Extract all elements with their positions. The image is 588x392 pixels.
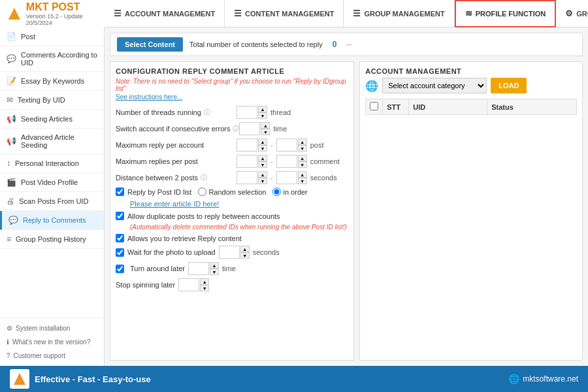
load-button[interactable]: LOAD xyxy=(491,78,527,93)
sidebar-bottom: ⚙ System installation ℹ What's new in th… xyxy=(0,318,104,366)
max-replies-val2-up[interactable]: ▲ xyxy=(298,155,307,161)
turn-around-down[interactable]: ▼ xyxy=(210,269,219,275)
table-header-row: STT UID Status xyxy=(366,99,577,115)
tab-profile-function[interactable]: ≋ PROFILE FUNCTION xyxy=(455,0,557,27)
max-reply-sep: - xyxy=(270,141,273,149)
threads-help-icon[interactable]: ⓘ xyxy=(204,108,210,117)
wait-photo-checkbox[interactable] xyxy=(116,248,124,257)
sidebar-item-scan-posts-uid[interactable]: 🖨 Scan Posts From UID xyxy=(0,192,104,211)
sidebar-item-personal-interaction[interactable]: ↕ Personal Interaction xyxy=(0,154,104,173)
history-icon: ≡ xyxy=(7,235,11,244)
max-replies-val1-up[interactable]: ▲ xyxy=(258,155,267,161)
sidebar-item-post-video-profile[interactable]: 🎬 Post Video Profile xyxy=(0,173,104,192)
select-content-button[interactable]: Select Content xyxy=(117,37,183,52)
tab-group-management[interactable]: ☰ GROUP MANAGEMENT xyxy=(344,0,454,27)
footer-logo: Effective - Fast - Easy-to-use xyxy=(10,369,151,389)
profile-function-icon: ≋ xyxy=(465,8,472,18)
tab-content-management[interactable]: ☰ CONTENT MANAGEMENT xyxy=(225,0,344,27)
turn-around-checkbox[interactable] xyxy=(116,265,124,273)
reply-icon: 💬 xyxy=(8,216,18,225)
distance-val2-input[interactable]: 1 xyxy=(276,171,297,184)
tab-group-function[interactable]: ⚙ GROUP FUNCTION xyxy=(556,0,588,27)
distance-val1-up[interactable]: ▲ xyxy=(258,171,267,178)
threads-row: Number of threads running ⓘ 1 ▲ ▼ thread xyxy=(116,106,348,119)
sidebar-item-seeding[interactable]: 📢 Seeding Articles xyxy=(0,110,104,129)
random-selection-label[interactable]: Random selection xyxy=(198,188,266,196)
content-area: Select Content Total number of contents … xyxy=(105,27,588,366)
distance-val1-input[interactable]: 1 xyxy=(237,171,257,184)
sidebar-item-comments-uid[interactable]: 💬 Comments According to UID xyxy=(0,46,104,72)
account-management-icon: ☰ xyxy=(114,8,122,18)
max-reply-val2-down[interactable]: ▼ xyxy=(298,145,307,152)
threads-down-btn[interactable]: ▼ xyxy=(258,112,267,119)
turn-around-value-input[interactable]: 1 xyxy=(188,262,209,275)
random-selection-radio[interactable] xyxy=(198,188,206,196)
total-contents-text: Total number of contents selected to rep… xyxy=(189,41,323,48)
max-reply-val1-up[interactable]: ▲ xyxy=(258,139,267,145)
reply-post-id-checkbox[interactable] xyxy=(116,188,124,196)
wait-photo-value-input[interactable]: 1 xyxy=(219,246,240,259)
footer-globe-icon: 🌐 xyxy=(508,374,519,384)
turn-around-up[interactable]: ▲ xyxy=(210,262,219,269)
allow-duplicate-checkbox[interactable] xyxy=(116,212,124,220)
switch-down-btn[interactable]: ▼ xyxy=(261,129,270,135)
distance-help-icon[interactable]: ⓘ xyxy=(201,173,207,182)
max-replies-val2-down[interactable]: ▼ xyxy=(298,161,307,168)
distance-val2-up[interactable]: ▲ xyxy=(298,171,307,178)
sidebar-item-reply-comments[interactable]: 💬 Reply to Comments xyxy=(0,211,104,230)
tab-account-management[interactable]: ☰ ACCOUNT MANAGEMENT xyxy=(105,0,225,27)
switch-help-icon[interactable]: ⓘ xyxy=(233,124,239,133)
threads-value-input[interactable]: 1 xyxy=(237,106,257,119)
stop-spinning-up[interactable]: ▲ xyxy=(200,278,209,285)
stop-spinning-row: Stop spinning later 1 ▲ ▼ xyxy=(116,278,348,291)
switch-up-btn[interactable]: ▲ xyxy=(261,122,270,129)
nav-tabs: ☰ ACCOUNT MANAGEMENT ☰ CONTENT MANAGEMEN… xyxy=(105,0,588,27)
sidebar-whats-new[interactable]: ℹ What's new in the version? xyxy=(0,335,104,349)
col-stt-header: STT xyxy=(383,99,409,115)
svg-marker-1 xyxy=(8,10,20,19)
sidebar-item-post[interactable]: 📄 Post xyxy=(0,27,104,46)
footer-website-text: mktsoftware.net xyxy=(523,374,578,384)
interaction-icon: ↕ xyxy=(7,159,10,168)
max-reply-val2-up[interactable]: ▲ xyxy=(298,139,307,145)
support-icon: ? xyxy=(7,352,10,359)
sidebar-item-advanced-seeding[interactable]: 📢 Advanced Article Seeding xyxy=(0,129,104,154)
threads-input: 1 ▲ ▼ xyxy=(237,106,267,119)
texting-icon: ✉ xyxy=(7,95,13,105)
sidebar-customer-support[interactable]: ? Customer support xyxy=(0,349,104,363)
max-replies-sep: - xyxy=(270,157,273,165)
max-replies-val2-input[interactable]: 1 xyxy=(276,155,297,168)
sidebar-item-essay-keywords[interactable]: 📝 Essay By Keywords xyxy=(0,72,104,91)
wait-photo-up[interactable]: ▲ xyxy=(240,246,250,252)
footer-logo-box xyxy=(10,369,29,389)
retrieve-reply-checkbox[interactable] xyxy=(116,234,124,242)
select-content-bar: Select Content Total number of contents … xyxy=(110,33,583,56)
switch-value-input[interactable]: 1 xyxy=(239,122,260,135)
sidebar-item-texting-uid[interactable]: ✉ Texting By UID xyxy=(0,91,104,110)
max-reply-val1-input[interactable]: 1 xyxy=(237,139,257,152)
sidebar-system-installation[interactable]: ⚙ System installation xyxy=(0,321,104,335)
retrieve-reply-label: Allows you to retrieve Reply content xyxy=(127,235,242,242)
col-status-header: Status xyxy=(487,99,577,115)
threads-up-btn[interactable]: ▲ xyxy=(258,106,267,112)
in-order-label[interactable]: in order xyxy=(272,188,307,196)
distance-val1-down[interactable]: ▼ xyxy=(258,178,267,184)
max-reply-val1-down[interactable]: ▼ xyxy=(258,145,267,152)
wait-photo-down[interactable]: ▼ xyxy=(240,252,250,259)
distance-input1: 1 ▲ ▼ xyxy=(237,171,267,184)
account-category-select[interactable]: Select account category xyxy=(382,78,487,93)
config-panel-note-link[interactable]: See instructions here... xyxy=(116,93,348,101)
stop-spinning-down[interactable]: ▼ xyxy=(200,285,209,291)
max-replies-input2: 1 ▲ ▼ xyxy=(276,155,307,168)
max-reply-val2-input[interactable]: 1 xyxy=(276,139,297,152)
sidebar-item-group-posting-history[interactable]: ≡ Group Posting History xyxy=(0,230,104,249)
distance-val2-down[interactable]: ▼ xyxy=(298,178,307,184)
max-replies-val1-down[interactable]: ▼ xyxy=(258,161,267,168)
enter-article-id-link[interactable]: Please enter article ID here! xyxy=(130,200,219,208)
stop-spinning-value-input[interactable]: 1 xyxy=(178,278,199,291)
account-panel: ACCOUNT MANAGEMENT 🌐 Select account cate… xyxy=(359,61,583,361)
max-replies-val1-input[interactable]: 1 xyxy=(237,155,257,168)
select-all-checkbox[interactable] xyxy=(370,102,378,110)
duplicate-note: (Automatically delete commented IDs when… xyxy=(130,223,348,231)
in-order-radio[interactable] xyxy=(272,188,281,196)
